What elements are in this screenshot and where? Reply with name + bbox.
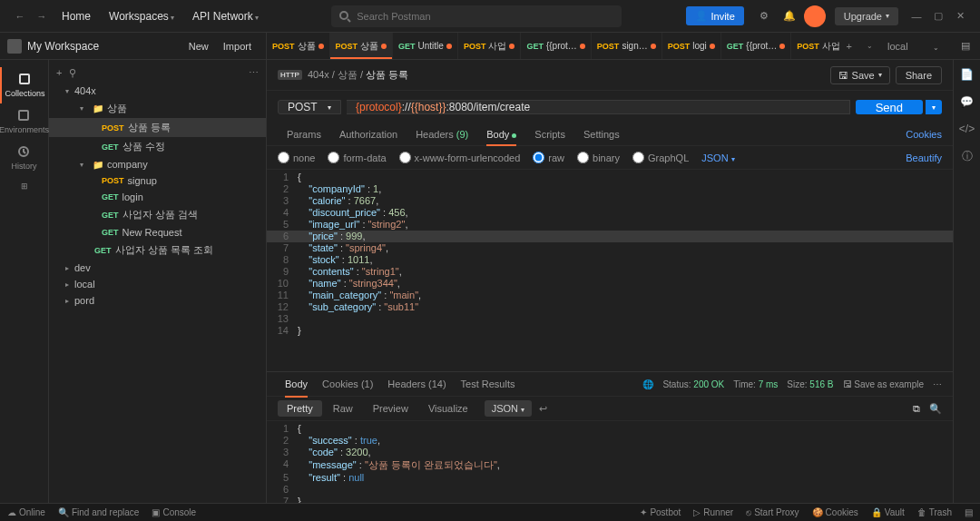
global-search[interactable]: Search Postman: [331, 5, 622, 27]
upgrade-button[interactable]: Upgrade ▾: [835, 7, 898, 25]
minimize-button[interactable]: —: [906, 5, 927, 27]
status-layout[interactable]: ▤: [965, 507, 973, 517]
status-find[interactable]: 🔍 Find and replace: [58, 507, 140, 517]
cookies-link[interactable]: Cookies: [906, 123, 942, 145]
invite-button[interactable]: 👤 Invite: [686, 6, 744, 25]
tab-authorization[interactable]: Authorization: [330, 123, 407, 145]
body-urlenc-radio[interactable]: x-www-form-urlencoded: [399, 152, 521, 163]
home-link[interactable]: Home: [53, 10, 100, 23]
tree-folder[interactable]: ▾📁company: [49, 156, 266, 172]
save-example-button[interactable]: 🖫 Save as example: [843, 379, 925, 389]
comments-icon[interactable]: 💬: [960, 94, 975, 109]
save-button[interactable]: 🖫 Save ▾: [830, 66, 890, 84]
close-button[interactable]: ✕: [949, 5, 971, 27]
copy-response-button[interactable]: ⧉: [913, 403, 920, 415]
body-binary-radio[interactable]: binary: [577, 152, 620, 163]
body-raw-radio[interactable]: raw: [533, 152, 564, 163]
request-tab[interactable]: POST상품: [330, 33, 394, 59]
resp-view-preview[interactable]: Preview: [364, 400, 417, 417]
add-collection-button[interactable]: +: [56, 67, 62, 79]
request-tab[interactable]: GETUntitle: [393, 33, 458, 59]
tree-request[interactable]: GET상품 수정: [49, 137, 266, 156]
request-tab[interactable]: POSTsign…: [592, 33, 662, 59]
method-selector[interactable]: POST ▾: [278, 100, 341, 114]
request-body-editor[interactable]: 1{2 "companyId" : 1,3 "calorie" : 7667,4…: [267, 170, 953, 371]
resp-tab-body[interactable]: Body: [278, 375, 315, 393]
body-format-dropdown[interactable]: JSON ▾: [701, 152, 734, 163]
search-response-button[interactable]: 🔍: [929, 403, 942, 415]
breadcrumb[interactable]: 404x / 상품 / 상품 등록: [308, 68, 408, 82]
request-tab[interactable]: GET{{prot…: [721, 33, 791, 59]
status-runner[interactable]: ▷ Runner: [693, 507, 733, 517]
send-dropdown[interactable]: ▾: [926, 100, 942, 114]
tree-folder[interactable]: ▸pord: [49, 292, 266, 309]
beautify-button[interactable]: Beautify: [906, 152, 942, 163]
tree-request[interactable]: GET사업자 상품 검색: [49, 205, 266, 224]
response-body-viewer[interactable]: 1{2 "success" : true,3 "code" : 3200,4 "…: [267, 421, 953, 503]
tab-params[interactable]: Params: [278, 123, 330, 145]
docs-icon[interactable]: 📄: [960, 67, 975, 82]
request-tab[interactable]: POST사업: [458, 33, 522, 59]
request-tab[interactable]: POSTlogi: [662, 33, 721, 59]
tree-request[interactable]: GETlogin: [49, 189, 266, 205]
tree-folder[interactable]: ▾404x: [49, 83, 266, 99]
sidebar-options[interactable]: ⋯: [249, 67, 259, 79]
resp-tab-headers[interactable]: Headers (14): [380, 375, 453, 393]
request-tab[interactable]: POST사업: [791, 33, 838, 59]
notifications-icon[interactable]: 🔔: [779, 5, 800, 27]
body-none-radio[interactable]: none: [278, 152, 315, 163]
settings-icon[interactable]: ⚙: [753, 5, 775, 27]
status-proxy[interactable]: ⎋ Start Proxy: [746, 507, 799, 517]
tree-request[interactable]: POSTsignup: [49, 172, 266, 189]
share-button[interactable]: Share: [896, 66, 942, 84]
status-trash[interactable]: 🗑 Trash: [917, 507, 952, 517]
resp-tab-cookies[interactable]: Cookies (1): [315, 375, 380, 393]
body-graphql-radio[interactable]: GraphQL: [632, 152, 689, 163]
resp-tab-tests[interactable]: Test Results: [454, 375, 523, 393]
body-formdata-radio[interactable]: form-data: [328, 152, 386, 163]
url-input[interactable]: {protocol}://{{host}}:8080/item/create: [347, 100, 850, 114]
rail-history[interactable]: History: [0, 140, 48, 176]
tree-request[interactable]: GETNew Request: [49, 224, 266, 241]
tree-folder[interactable]: ▸dev: [49, 260, 266, 276]
tab-settings[interactable]: Settings: [574, 123, 629, 145]
maximize-button[interactable]: ▢: [927, 5, 949, 27]
resp-view-raw[interactable]: Raw: [324, 400, 362, 417]
send-button[interactable]: Send: [856, 100, 923, 114]
forward-button[interactable]: →: [31, 5, 53, 27]
rail-more[interactable]: ⊞: [0, 176, 48, 196]
request-tab[interactable]: GET{{prot…: [521, 33, 591, 59]
tree-folder[interactable]: ▾📁상품: [49, 99, 266, 118]
info-icon[interactable]: ⓘ: [960, 149, 975, 163]
status-vault[interactable]: 🔒 Vault: [871, 507, 905, 517]
filter-button[interactable]: ⚲: [69, 67, 76, 79]
status-online[interactable]: ☁ Online: [7, 507, 45, 517]
tab-overflow-button[interactable]: ⌄: [859, 42, 880, 50]
tree-folder[interactable]: ▸local: [49, 276, 266, 292]
api-network-dropdown[interactable]: API Network: [183, 10, 268, 23]
resp-more-button[interactable]: ⋯: [933, 379, 942, 389]
request-tab[interactable]: POST상품: [267, 33, 330, 59]
new-tab-button[interactable]: +: [839, 41, 859, 52]
back-button[interactable]: ←: [9, 5, 31, 27]
tree-request[interactable]: GET사업자 상품 목록 조회: [49, 241, 266, 260]
wrap-toggle-icon[interactable]: ↩: [539, 403, 547, 415]
new-button[interactable]: New: [181, 39, 216, 54]
status-console[interactable]: ▣ Console: [152, 507, 196, 517]
resp-format-dropdown[interactable]: JSON ▾: [485, 400, 532, 417]
environment-selector[interactable]: local ⌄: [880, 41, 953, 52]
status-postbot[interactable]: ✦ Postbot: [640, 507, 681, 517]
rail-environments[interactable]: Environments: [0, 103, 48, 140]
tab-scripts[interactable]: Scripts: [525, 123, 574, 145]
sidebar-toggle-icon[interactable]: ▤: [955, 35, 976, 57]
status-cookies[interactable]: 🍪 Cookies: [812, 507, 858, 517]
workspace-name[interactable]: My Workspace: [27, 40, 181, 53]
resp-view-visualize[interactable]: Visualize: [419, 400, 477, 417]
tab-headers[interactable]: Headers (9): [407, 123, 477, 145]
workspaces-dropdown[interactable]: Workspaces: [100, 10, 183, 23]
rail-collections[interactable]: Collections: [0, 67, 48, 103]
import-button[interactable]: Import: [216, 39, 259, 54]
tree-request[interactable]: POST상품 등록: [49, 118, 266, 137]
code-icon[interactable]: </>: [960, 122, 975, 136]
tab-body[interactable]: Body: [477, 123, 525, 145]
